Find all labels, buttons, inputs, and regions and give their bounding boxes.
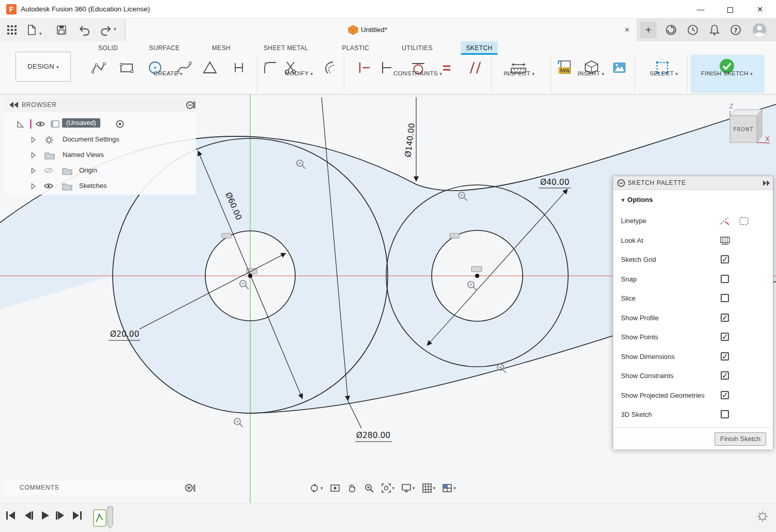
browser-row-origin[interactable]: Origin [4, 163, 196, 178]
construction-linetype-icon[interactable] [719, 216, 731, 226]
go-to-end-icon[interactable] [71, 510, 83, 521]
go-to-start-icon[interactable] [5, 510, 17, 521]
step-forward-icon[interactable] [55, 510, 66, 521]
insert-svg-icon[interactable]: SVG [556, 59, 574, 76]
job-status-icon[interactable] [665, 24, 677, 36]
finish-sketch-button[interactable]: FINISH SKETCH ▾ [701, 70, 753, 76]
redo-caret-icon[interactable]: ▾ [114, 26, 116, 32]
panel-drag-handle[interactable] [193, 101, 195, 108]
tab-sketch[interactable]: SKETCH [461, 41, 497, 55]
tab-plastic[interactable]: PLASTIC [337, 41, 375, 55]
display-settings-control[interactable]: ▾ [401, 483, 415, 493]
expand-caret-icon[interactable] [31, 167, 36, 174]
horizontal-vertical-constraint-icon[interactable] [356, 60, 371, 75]
viewcube-front-face[interactable]: FRONT [733, 127, 753, 132]
group-label-constraints[interactable]: CONSTRAINTS ▾ [393, 70, 442, 76]
offset-tool-icon[interactable] [322, 60, 337, 75]
left-center-point[interactable] [248, 274, 252, 278]
grid-control[interactable]: ▾ [422, 483, 436, 493]
group-label-create[interactable]: CREATE ▾ [154, 70, 182, 76]
minimize-button[interactable]: — [690, 0, 711, 19]
redo-icon[interactable] [99, 24, 112, 36]
look-at-control[interactable] [330, 483, 340, 493]
notifications-bell-icon[interactable] [708, 24, 721, 36]
expand-caret-icon[interactable] [31, 183, 36, 190]
browser-row-named-views[interactable]: Named Views [4, 147, 196, 163]
3d-sketch-checkbox[interactable] [721, 410, 729, 418]
dimension-label-40[interactable]: Ø40.00 [540, 178, 570, 187]
zoom-control[interactable] [364, 483, 374, 493]
tab-utilities[interactable]: UTILITIES [397, 41, 438, 55]
tab-solid[interactable]: SOLID [93, 41, 123, 55]
avatar[interactable] [752, 23, 767, 37]
show-profile-checkbox[interactable] [721, 314, 729, 322]
constraint-glyph[interactable] [222, 233, 231, 238]
constraint-glyph[interactable] [471, 267, 482, 272]
active-component-icon[interactable] [17, 120, 24, 128]
palette-collapse-icon[interactable] [617, 179, 625, 187]
options-section-header[interactable]: ▼ Options [620, 196, 653, 204]
expand-caret-icon[interactable] [31, 136, 36, 143]
dimension-label-280[interactable]: Ø280.00 [356, 431, 390, 440]
tab-mesh[interactable]: MESH [207, 41, 236, 55]
expand-caret-icon[interactable] [31, 152, 36, 159]
hidden-eye-icon[interactable] [43, 167, 54, 174]
right-center-point[interactable] [475, 274, 479, 278]
parallel-constraint-icon[interactable] [467, 60, 483, 75]
add-comment-icon[interactable] [185, 484, 193, 492]
group-label-insert[interactable]: INSERT ▾ [577, 70, 604, 76]
fillet-tool-icon[interactable] [263, 60, 278, 75]
line-tool-icon[interactable] [90, 60, 106, 75]
show-projected-geometries-checkbox[interactable] [721, 391, 729, 399]
app-grid-icon[interactable] [6, 24, 18, 36]
collapse-left-icon[interactable] [9, 102, 19, 108]
rectangle-tool-icon[interactable] [119, 60, 134, 75]
look-at-icon[interactable] [720, 236, 731, 245]
centerline-linetype-icon[interactable] [739, 216, 750, 226]
sketch-grid-checkbox[interactable] [721, 255, 729, 263]
show-dimensions-checkbox[interactable] [721, 352, 729, 361]
timeline-settings-gear-icon[interactable] [756, 510, 769, 523]
finish-sketch-palette-button[interactable]: Finish Sketch [714, 432, 766, 446]
dimension-label-140[interactable]: Ø140.00 [403, 122, 417, 158]
snap-checkbox[interactable] [721, 275, 729, 283]
workspace-selector[interactable]: DESIGN ▾ [16, 52, 71, 82]
coincident-constraint-icon[interactable] [378, 60, 393, 75]
insert-canvas-icon[interactable] [612, 60, 627, 75]
tab-close-icon[interactable]: × [625, 19, 630, 41]
browser-row-sketches[interactable]: Sketches [4, 178, 196, 194]
slot-tool-icon[interactable] [231, 60, 247, 75]
constraint-glyph[interactable] [450, 233, 459, 238]
show-points-checkbox[interactable] [721, 333, 729, 341]
pan-control[interactable] [347, 483, 357, 493]
panel-drag-handle[interactable] [193, 484, 195, 492]
group-label-select[interactable]: SELECT ▾ [650, 70, 678, 76]
recent-clock-icon[interactable] [687, 24, 699, 36]
browser-collapse-all-icon[interactable] [186, 101, 194, 109]
orbit-control[interactable]: ▾ [309, 483, 323, 493]
palette-header[interactable]: SKETCH PALETTE [613, 176, 773, 190]
group-label-inspect[interactable]: INSPECT ▾ [504, 70, 535, 76]
root-document-label[interactable]: (Unsaved) [62, 118, 100, 128]
timeline-sketch-feature[interactable] [93, 506, 115, 529]
tab-sheet-metal[interactable]: SHEET METAL [258, 41, 314, 55]
document-tab[interactable]: Untitled* × [126, 19, 637, 41]
group-label-modify[interactable]: MODIFY ▾ [285, 70, 313, 76]
help-icon[interactable]: ? [729, 24, 742, 36]
tab-surface[interactable]: SURFACE [144, 41, 185, 55]
step-back-icon[interactable] [23, 510, 34, 521]
browser-row-document-settings[interactable]: Document Settings [4, 132, 196, 147]
file-caret-icon[interactable]: ▾ [39, 31, 42, 36]
visibility-eye-icon[interactable] [43, 182, 54, 190]
slice-checkbox[interactable] [721, 294, 729, 302]
dimension-label-20[interactable]: Ø20.00 [110, 330, 140, 339]
show-constraints-checkbox[interactable] [721, 371, 729, 380]
comments-bar[interactable]: COMMENTS [4, 481, 196, 495]
close-button[interactable]: × [750, 0, 770, 19]
projected-geometry-icon[interactable] [234, 418, 243, 427]
fit-control[interactable]: ▾ [381, 483, 395, 493]
radio-target-icon[interactable] [116, 120, 124, 128]
undo-icon[interactable] [79, 24, 91, 36]
expand-right-icon[interactable] [763, 180, 770, 186]
file-menu-icon[interactable] [26, 24, 37, 36]
